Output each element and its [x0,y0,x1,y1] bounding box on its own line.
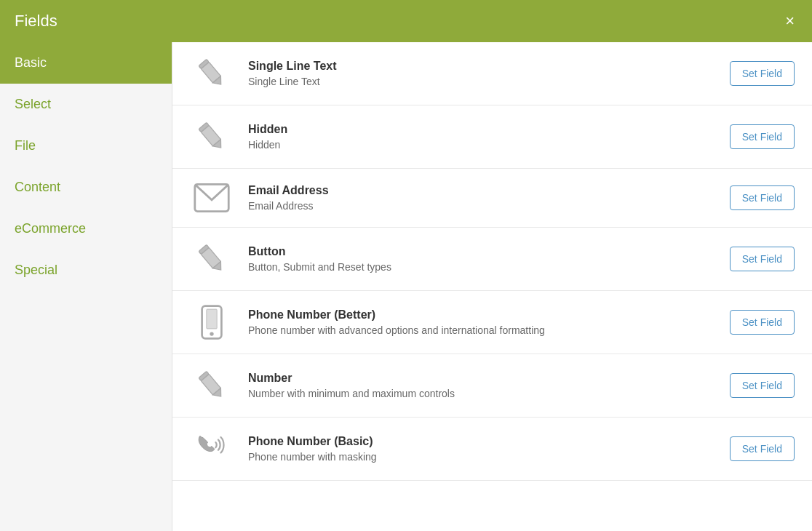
field-name-phone-number-basic: Phone Number (Basic) [248,435,715,448]
field-info-number: NumberNumber with minimum and maximum co… [248,372,715,399]
field-info-hidden: HiddenHidden [248,123,715,151]
field-info-button: ButtonButton, Submit and Reset types [248,245,715,273]
sidebar-item-basic[interactable]: Basic [0,42,172,84]
set-field-button-number[interactable]: Set Field [730,373,795,398]
field-row-email-address: Email AddressEmail AddressSet Field [172,169,812,228]
modal-body: BasicSelectFileContenteCommerceSpecial S… [0,42,812,531]
field-name-single-line-text: Single Line Text [248,60,715,73]
field-desc-single-line-text: Single Line Text [248,76,715,87]
modal: Fields × BasicSelectFileContenteCommerce… [0,0,812,531]
field-desc-hidden: Hidden [248,139,715,151]
phone-icon [190,304,234,340]
sidebar: BasicSelectFileContenteCommerceSpecial [0,42,172,531]
set-field-button-phone-number-better[interactable]: Set Field [730,310,795,335]
email-icon [190,182,234,214]
field-info-email-address: Email AddressEmail Address [248,184,715,212]
set-field-button-phone-number-basic[interactable]: Set Field [730,436,795,461]
sidebar-item-ecommerce[interactable]: eCommerce [0,208,172,249]
close-button[interactable]: × [782,13,797,29]
set-field-button-button[interactable]: Set Field [730,247,795,271]
field-name-number: Number [248,372,715,385]
field-desc-number: Number with minimum and maximum controls [248,388,715,399]
field-desc-email-address: Email Address [248,200,715,212]
field-name-phone-number-better: Phone Number (Better) [248,308,715,322]
field-row-phone-number-better: Phone Number (Better)Phone number with a… [172,291,812,354]
phone-basic-icon [190,431,234,467]
field-name-email-address: Email Address [248,184,715,197]
field-row-button: ButtonButton, Submit and Reset typesSet … [172,228,812,291]
field-name-button: Button [248,245,715,258]
pencil-icon [190,55,234,92]
sidebar-item-file[interactable]: File [0,125,172,167]
sidebar-item-content[interactable]: Content [0,167,172,208]
field-row-single-line-text: Single Line TextSingle Line TextSet Fiel… [172,42,812,105]
set-field-button-email-address[interactable]: Set Field [730,185,795,210]
modal-title: Fields [15,12,57,31]
content-area: Single Line TextSingle Line TextSet Fiel… [172,42,812,531]
svg-point-12 [210,332,213,335]
svg-rect-11 [207,309,217,329]
field-row-number: NumberNumber with minimum and maximum co… [172,354,812,418]
pencil-icon [190,241,234,277]
field-info-phone-number-basic: Phone Number (Basic)Phone number with ma… [248,435,715,463]
set-field-button-single-line-text[interactable]: Set Field [730,61,795,86]
field-desc-phone-number-basic: Phone number with masking [248,451,715,463]
field-info-phone-number-better: Phone Number (Better)Phone number with a… [248,308,715,336]
sidebar-item-special[interactable]: Special [0,249,172,291]
field-desc-button: Button, Submit and Reset types [248,261,715,273]
field-name-hidden: Hidden [248,123,715,136]
pencil-icon [190,119,234,155]
field-desc-phone-number-better: Phone number with advanced options and i… [248,324,715,336]
pencil-icon [190,367,234,404]
set-field-button-hidden[interactable]: Set Field [730,124,795,149]
modal-header: Fields × [0,0,812,42]
sidebar-item-select[interactable]: Select [0,84,172,125]
field-row-phone-number-basic: Phone Number (Basic)Phone number with ma… [172,418,812,481]
field-info-single-line-text: Single Line TextSingle Line Text [248,60,715,87]
field-row-hidden: HiddenHiddenSet Field [172,105,812,169]
